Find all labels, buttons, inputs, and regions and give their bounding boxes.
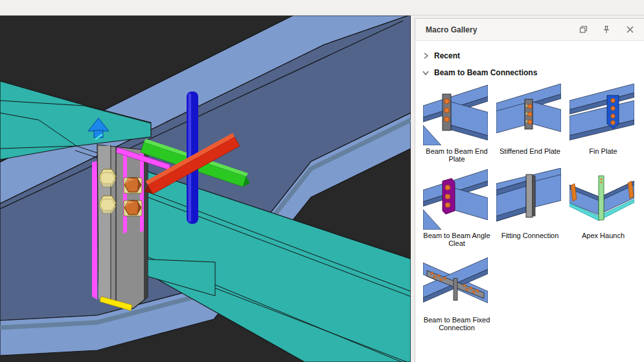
section-recent[interactable]: Recent bbox=[422, 47, 644, 64]
plate-edge-highlight bbox=[92, 161, 97, 300]
thumbnail-beam-to-beam-end-plate bbox=[423, 84, 488, 145]
macro-item-beam-to-beam-end-plate[interactable]: Beam to Beam End Plate bbox=[423, 84, 496, 163]
macro-item-beam-to-beam-angle-cleat[interactable]: Beam to Beam Angle Cleat bbox=[423, 168, 496, 247]
macro-item-label: Beam to Beam Fixed Connection bbox=[423, 316, 490, 332]
panel-header: Macro Gallery bbox=[415, 19, 644, 41]
macro-item-apex-haunch[interactable]: Apex Haunch bbox=[569, 168, 643, 247]
thumbnail-beam-to-beam-angle-cleat bbox=[423, 168, 488, 230]
thumbnail-fitting-connection bbox=[496, 168, 561, 230]
float-window-icon[interactable] bbox=[577, 23, 590, 36]
section-beam-to-beam[interactable]: Beam to Beam Connections bbox=[422, 64, 644, 81]
chevron-down-icon bbox=[422, 69, 430, 77]
bolt-cream[interactable] bbox=[99, 196, 116, 213]
end-plate-side bbox=[144, 150, 148, 300]
bolt-cream[interactable] bbox=[99, 169, 116, 187]
macro-item-label: Beam to Beam Angle Cleat bbox=[423, 232, 490, 247]
bolt-orange[interactable] bbox=[124, 200, 142, 216]
macro-item-beam-to-beam-fixed-connection[interactable]: Beam to Beam Fixed Connection bbox=[423, 252, 496, 332]
pin-icon[interactable] bbox=[600, 23, 613, 36]
macro-item-fitting-connection[interactable]: Fitting Connection bbox=[496, 168, 569, 247]
thumbnail-fin-plate bbox=[569, 84, 634, 145]
macro-grid: Beam to Beam End Plate Stiffened End P bbox=[422, 84, 644, 337]
macro-item-label: Beam to Beam End Plate bbox=[423, 147, 490, 163]
application-chrome bbox=[0, 0, 644, 16]
macro-item-fin-plate[interactable]: Fin Plate bbox=[569, 84, 643, 163]
chevron-right-icon bbox=[422, 52, 430, 60]
macro-item-stiffened-end-plate[interactable]: Stiffened End Plate bbox=[496, 84, 569, 163]
section-label: Recent bbox=[434, 51, 460, 60]
thumbnail-stiffened-end-plate bbox=[496, 84, 561, 145]
model-viewport[interactable] bbox=[0, 16, 411, 362]
macro-item-label: Fin Plate bbox=[569, 147, 637, 163]
macro-item-label: Stiffened End Plate bbox=[496, 147, 564, 163]
bolt-orange[interactable] bbox=[124, 178, 142, 193]
panel-title: Macro Gallery bbox=[426, 25, 566, 34]
macro-item-label: Fitting Connection bbox=[496, 232, 564, 247]
close-icon[interactable] bbox=[623, 23, 636, 36]
macro-gallery-panel: Macro Gallery Recent Beam to Beam Connec… bbox=[415, 18, 644, 362]
macro-item-label: Apex Haunch bbox=[569, 232, 637, 247]
thumbnail-beam-to-beam-fixed-connection bbox=[423, 252, 488, 314]
section-label: Beam to Beam Connections bbox=[434, 68, 537, 77]
thumbnail-apex-haunch bbox=[569, 168, 634, 230]
model-scene bbox=[0, 16, 411, 362]
panel-body: Recent Beam to Beam Connections bbox=[415, 41, 644, 362]
